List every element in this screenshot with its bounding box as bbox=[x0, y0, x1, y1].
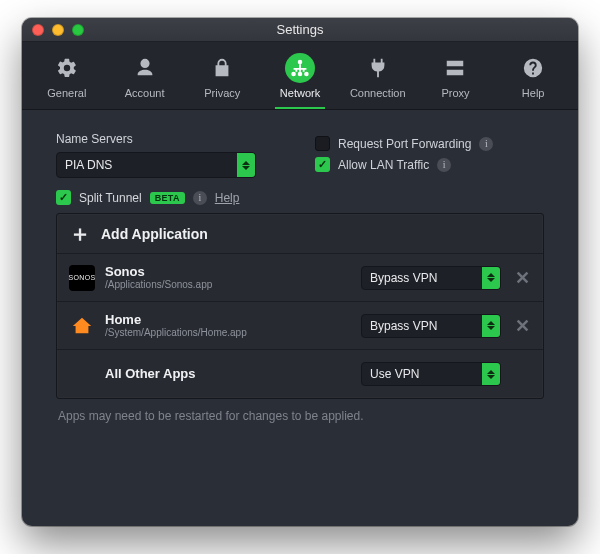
port-forwarding-checkbox[interactable] bbox=[315, 136, 330, 151]
app-row: SONOS Sonos /Applications/Sonos.app Bypa… bbox=[57, 254, 543, 302]
app-name: All Other Apps bbox=[105, 367, 351, 381]
plus-icon: ＋ bbox=[69, 223, 91, 245]
beta-badge: BETA bbox=[150, 192, 185, 204]
app-path: /Applications/Sonos.app bbox=[105, 279, 351, 290]
home-app-icon bbox=[69, 313, 95, 339]
stepper-icon bbox=[482, 267, 500, 289]
info-icon[interactable]: i bbox=[479, 137, 493, 151]
tab-label: Network bbox=[280, 87, 320, 99]
network-icon bbox=[289, 57, 311, 79]
tab-label: Privacy bbox=[204, 87, 240, 99]
split-tunnel-label: Split Tunnel bbox=[79, 191, 142, 205]
all-other-apps-icon bbox=[69, 361, 95, 387]
tab-help[interactable]: Help bbox=[494, 42, 572, 109]
tab-label: Account bbox=[125, 87, 165, 99]
port-forwarding-label: Request Port Forwarding bbox=[338, 137, 471, 151]
app-mode-value: Bypass VPN bbox=[370, 271, 437, 285]
tab-label: Connection bbox=[350, 87, 406, 99]
sonos-app-icon: SONOS bbox=[69, 265, 95, 291]
server-icon bbox=[444, 57, 466, 79]
add-application-label: Add Application bbox=[101, 226, 208, 242]
question-icon bbox=[522, 57, 544, 79]
split-tunnel-list: ＋ Add Application SONOS Sonos /Applicati… bbox=[56, 213, 544, 399]
person-icon bbox=[134, 57, 156, 79]
app-mode-value: Bypass VPN bbox=[370, 319, 437, 333]
titlebar: Settings bbox=[22, 18, 578, 42]
tab-connection[interactable]: Connection bbox=[339, 42, 417, 109]
name-servers-label: Name Servers bbox=[56, 132, 285, 146]
app-row: Home /System/Applications/Home.app Bypas… bbox=[57, 302, 543, 350]
plug-icon bbox=[367, 57, 389, 79]
app-mode-select[interactable]: Bypass VPN bbox=[361, 314, 501, 338]
footer-note: Apps may need to be restarted for change… bbox=[56, 399, 544, 423]
app-mode-select[interactable]: Use VPN bbox=[361, 362, 501, 386]
tab-privacy[interactable]: Privacy bbox=[183, 42, 261, 109]
window-controls bbox=[22, 24, 84, 36]
minimize-icon[interactable] bbox=[52, 24, 64, 36]
gear-icon bbox=[56, 57, 78, 79]
tab-bar: General Account Privacy Network Connecti… bbox=[22, 42, 578, 110]
app-name: Home bbox=[105, 313, 351, 327]
stepper-icon bbox=[482, 363, 500, 385]
tab-label: Proxy bbox=[441, 87, 469, 99]
tab-general[interactable]: General bbox=[28, 42, 106, 109]
app-row: All Other Apps Use VPN ✕ bbox=[57, 350, 543, 398]
app-mode-value: Use VPN bbox=[370, 367, 419, 381]
lock-icon bbox=[211, 57, 233, 79]
app-path: /System/Applications/Home.app bbox=[105, 327, 351, 338]
name-servers-value: PIA DNS bbox=[65, 158, 112, 172]
remove-app-button[interactable]: ✕ bbox=[511, 315, 533, 337]
house-icon bbox=[71, 315, 93, 337]
tab-label: General bbox=[47, 87, 86, 99]
settings-window: Settings General Account Privacy Network… bbox=[22, 18, 578, 526]
name-servers-select[interactable]: PIA DNS bbox=[56, 152, 256, 178]
lan-traffic-label: Allow LAN Traffic bbox=[338, 158, 429, 172]
tab-network[interactable]: Network bbox=[261, 42, 339, 109]
remove-app-button[interactable]: ✕ bbox=[511, 267, 533, 289]
info-icon[interactable]: i bbox=[193, 191, 207, 205]
network-pane: Name Servers PIA DNS Request Port Forwar… bbox=[22, 110, 578, 526]
app-mode-select[interactable]: Bypass VPN bbox=[361, 266, 501, 290]
tab-account[interactable]: Account bbox=[106, 42, 184, 109]
window-title: Settings bbox=[22, 22, 578, 37]
stepper-icon bbox=[482, 315, 500, 337]
app-name: Sonos bbox=[105, 265, 351, 279]
stepper-icon bbox=[237, 153, 255, 177]
info-icon[interactable]: i bbox=[437, 158, 451, 172]
tab-proxy[interactable]: Proxy bbox=[417, 42, 495, 109]
lan-traffic-checkbox[interactable] bbox=[315, 157, 330, 172]
close-icon[interactable] bbox=[32, 24, 44, 36]
help-link[interactable]: Help bbox=[215, 191, 240, 205]
zoom-icon[interactable] bbox=[72, 24, 84, 36]
add-application-row[interactable]: ＋ Add Application bbox=[57, 214, 543, 254]
split-tunnel-checkbox[interactable] bbox=[56, 190, 71, 205]
tab-label: Help bbox=[522, 87, 545, 99]
